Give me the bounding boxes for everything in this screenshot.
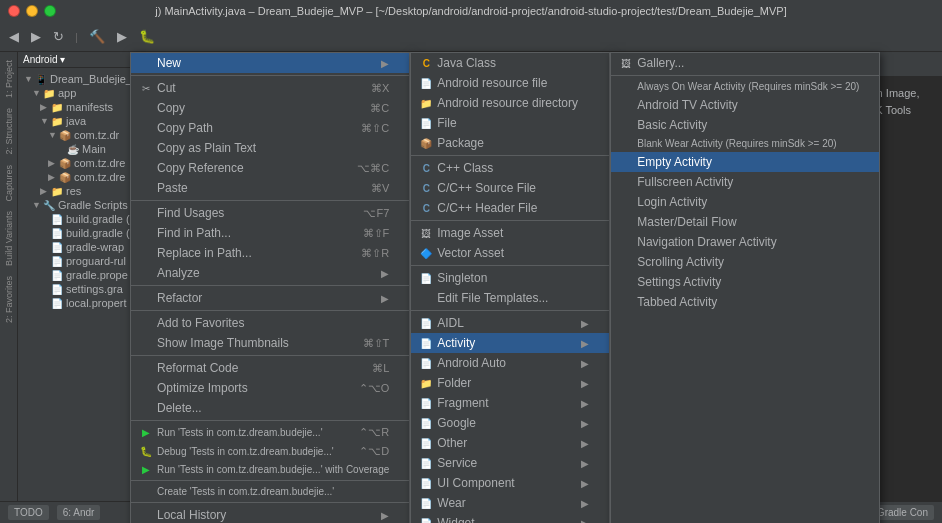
strip-tab-project[interactable]: 1: Project — [2, 56, 16, 102]
menu-item-login[interactable]: Login Activity — [611, 192, 879, 212]
service-icon: 📄 — [419, 458, 433, 469]
menu-item-optimize[interactable]: Optimize Imports ⌃⌥O — [131, 378, 409, 398]
tree-item-com-tz-dre1[interactable]: ▶ 📦 com.tz.dre — [18, 156, 147, 170]
menu-item-cpp-source[interactable]: C C/C++ Source File — [411, 178, 609, 198]
tree-item-main[interactable]: ☕ Main — [18, 142, 147, 156]
menu-item-analyze[interactable]: Analyze ▶ — [131, 263, 409, 283]
tree-item-build-gradle1[interactable]: 📄 build.gradle ( — [18, 212, 147, 226]
menu-item-android-res-dir[interactable]: 📁 Android resource directory — [411, 93, 609, 113]
menu-item-fullscreen[interactable]: Fullscreen Activity — [611, 172, 879, 192]
tree-label: Gradle Scripts — [58, 199, 128, 211]
menu-item-blank-wear[interactable]: Blank Wear Activity (Requires minSdk >= … — [611, 135, 879, 152]
menu-item-debug-tests[interactable]: 🐛 Debug 'Tests in com.tz.dream.budejie..… — [131, 442, 409, 461]
tree-label: com.tz.dre — [74, 171, 125, 183]
menu-item-paste[interactable]: Paste ⌘V — [131, 178, 409, 198]
menu-item-android-res[interactable]: 📄 Android resource file — [411, 73, 609, 93]
menu-item-run-tests[interactable]: ▶ Run 'Tests in com.tz.dream.budejie...'… — [131, 423, 409, 442]
tree-item-gradle-scripts[interactable]: ▼ 🔧 Gradle Scripts — [18, 198, 147, 212]
menu-item-reformat[interactable]: Reformat Code ⌘L — [131, 358, 409, 378]
bottom-tab-todo[interactable]: TODO — [8, 505, 49, 520]
menu-item-replace-path[interactable]: Replace in Path... ⌘⇧R — [131, 243, 409, 263]
menu-item-folder[interactable]: 📁 Folder ▶ — [411, 373, 609, 393]
tree-item-project[interactable]: ▼ 📱 Dream_Budejie_MVP — [18, 72, 147, 86]
menu-item-activity[interactable]: 📄 Activity ▶ — [411, 333, 609, 353]
toolbar-back[interactable]: ◀ — [4, 27, 24, 46]
menu-item-widget[interactable]: 📄 Widget ▶ — [411, 513, 609, 523]
menu-item-ui-component[interactable]: 📄 UI Component ▶ — [411, 473, 609, 493]
menu-item-master-detail[interactable]: Master/Detail Flow — [611, 212, 879, 232]
toolbar-refresh[interactable]: ↻ — [48, 27, 69, 46]
tree-item-com-tz-dre2[interactable]: ▶ 📦 com.tz.dre — [18, 170, 147, 184]
close-button[interactable] — [8, 5, 20, 17]
menu-item-java-class[interactable]: C Java Class — [411, 53, 609, 73]
bottom-tab-android[interactable]: 6: Andr — [57, 505, 101, 520]
menu-item-copy-plain[interactable]: Copy as Plain Text — [131, 138, 409, 158]
menu-item-delete[interactable]: Delete... — [131, 398, 409, 418]
menu-item-fragment[interactable]: 📄 Fragment ▶ — [411, 393, 609, 413]
menu-item-edit-templates[interactable]: Edit File Templates... — [411, 288, 609, 308]
menu-item-copy[interactable]: Copy ⌘C — [131, 98, 409, 118]
toolbar-run[interactable]: ▶ — [112, 27, 132, 46]
tree-item-build-gradle2[interactable]: 📄 build.gradle ( — [18, 226, 147, 240]
menu-item-android-auto[interactable]: 📄 Android Auto ▶ — [411, 353, 609, 373]
tree-item-java[interactable]: ▼ 📁 java — [18, 114, 147, 128]
menu-item-package[interactable]: 📦 Package — [411, 133, 609, 153]
menu-item-scrolling[interactable]: Scrolling Activity — [611, 252, 879, 272]
menu-item-cut[interactable]: ✂ Cut ⌘X — [131, 78, 409, 98]
menu-label-tabbed: Tabbed Activity — [637, 295, 717, 309]
menu-item-new[interactable]: New ▶ — [131, 53, 409, 73]
sidebar-tab-android[interactable]: Android ▾ — [18, 52, 147, 68]
menu-item-create-tests[interactable]: Create 'Tests in com.tz.dream.budejie...… — [131, 483, 409, 500]
strip-tab-captures[interactable]: Captures — [2, 161, 16, 206]
menu-item-image-asset[interactable]: 🖼 Image Asset — [411, 223, 609, 243]
menu-item-service[interactable]: 📄 Service ▶ — [411, 453, 609, 473]
menu-item-file[interactable]: 📄 File — [411, 113, 609, 133]
menu-item-copy-path[interactable]: Copy Path ⌘⇧C — [131, 118, 409, 138]
tree-item-gradle-prop[interactable]: 📄 gradle.prope — [18, 268, 147, 282]
menu-item-basic-activity[interactable]: Basic Activity — [611, 115, 879, 135]
tree-item-manifests[interactable]: ▶ 📁 manifests — [18, 100, 147, 114]
menu-item-singleton[interactable]: 📄 Singleton — [411, 268, 609, 288]
tree-item-app[interactable]: ▼ 📁 app — [18, 86, 147, 100]
tree-item-com-tz-dr[interactable]: ▼ 📦 com.tz.dr — [18, 128, 147, 142]
menu-item-find-usages[interactable]: Find Usages ⌥F7 — [131, 203, 409, 223]
menu-item-thumbnails[interactable]: Show Image Thumbnails ⌘⇧T — [131, 333, 409, 353]
menu-item-local-history[interactable]: Local History ▶ — [131, 505, 409, 523]
strip-tab-structure[interactable]: 2: Structure — [2, 104, 16, 159]
tree-item-gradle-wrap[interactable]: 📄 gradle-wrap — [18, 240, 147, 254]
menu-item-nav-drawer[interactable]: Navigation Drawer Activity — [611, 232, 879, 252]
menu-item-cpp-class[interactable]: C C++ Class — [411, 158, 609, 178]
tree-item-local-prop[interactable]: 📄 local.propert — [18, 296, 147, 310]
tree-item-res[interactable]: ▶ 📁 res — [18, 184, 147, 198]
toolbar-build[interactable]: 🔨 — [84, 27, 110, 46]
menu-item-aidl[interactable]: 📄 AIDL ▶ — [411, 313, 609, 333]
toolbar-forward[interactable]: ▶ — [26, 27, 46, 46]
strip-tab-favorites[interactable]: 2: Favorites — [2, 272, 16, 327]
menu-item-google[interactable]: 📄 Google ▶ — [411, 413, 609, 433]
menu-item-empty-activity[interactable]: Empty Activity — [611, 152, 879, 172]
menu-item-vector-asset[interactable]: 🔷 Vector Asset — [411, 243, 609, 263]
menu-item-cpp-header[interactable]: C C/C++ Header File — [411, 198, 609, 218]
menu-item-tv-activity[interactable]: Android TV Activity — [611, 95, 879, 115]
menu-label-vec: Vector Asset — [437, 246, 504, 260]
maximize-button[interactable] — [44, 5, 56, 17]
menu-item-gallery[interactable]: 🖼 Gallery... — [611, 53, 879, 73]
menu-item-tabbed[interactable]: Tabbed Activity — [611, 292, 879, 312]
strip-tab-build-variants[interactable]: Build Variants — [2, 207, 16, 270]
menu-item-always-on-wear[interactable]: Always On Wear Activity (Requires minSdk… — [611, 78, 879, 95]
menu-item-other[interactable]: 📄 Other ▶ — [411, 433, 609, 453]
menu-item-find-path[interactable]: Find in Path... ⌘⇧F — [131, 223, 409, 243]
minimize-button[interactable] — [26, 5, 38, 17]
history-arrow: ▶ — [381, 510, 389, 521]
menu-item-refactor[interactable]: Refactor ▶ — [131, 288, 409, 308]
menu-item-copy-ref[interactable]: Copy Reference ⌥⌘C — [131, 158, 409, 178]
menu-label-gallery: Gallery... — [637, 56, 684, 70]
tree-item-settings-gradle[interactable]: 📄 settings.gra — [18, 282, 147, 296]
menu-label-history: Local History — [157, 508, 226, 522]
menu-item-favorites[interactable]: Add to Favorites — [131, 313, 409, 333]
menu-item-wear[interactable]: 📄 Wear ▶ — [411, 493, 609, 513]
tree-item-proguard[interactable]: 📄 proguard-rul — [18, 254, 147, 268]
menu-item-settings[interactable]: Settings Activity — [611, 272, 879, 292]
menu-item-run-coverage[interactable]: ▶ Run 'Tests in com.tz.dream.budejie...'… — [131, 461, 409, 478]
toolbar-debug[interactable]: 🐛 — [134, 27, 160, 46]
